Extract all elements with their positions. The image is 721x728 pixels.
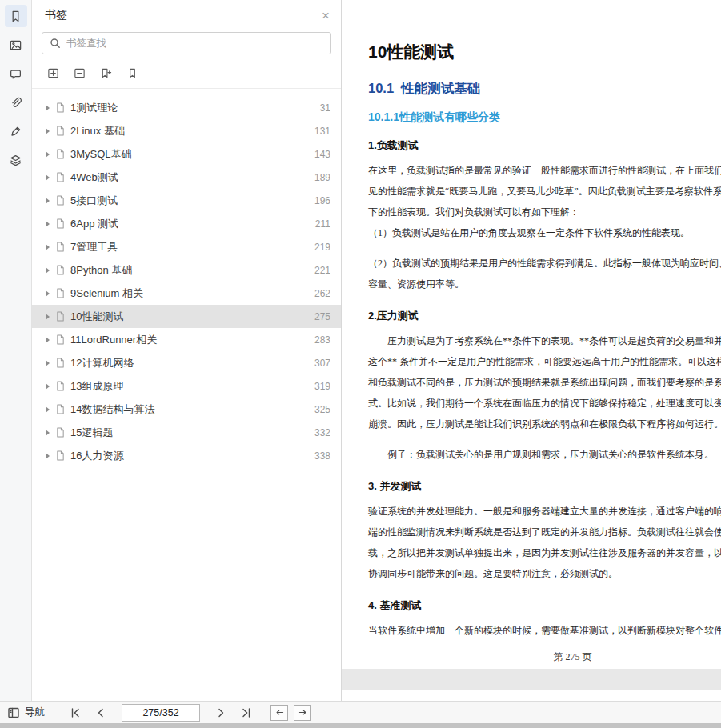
panel-title: 书签 <box>45 8 67 22</box>
thumbnails-icon <box>9 38 22 52</box>
bookmark-page-number: 275 <box>314 311 330 322</box>
bookmark-item[interactable]: 15逻辑题 332 <box>32 421 341 444</box>
window-bottom-edge <box>0 723 721 728</box>
text-line: 当软件系统中增加一个新的模块的时候，需要做基准测试，以判断新模块对整个软件系统的 <box>368 620 721 641</box>
signature-panel-button[interactable] <box>5 120 27 142</box>
bookmark-item[interactable]: 10性能测试 275 <box>32 305 341 328</box>
bookmark-label: 4Web测试 <box>70 170 314 185</box>
text-line: 例子：负载测试关心的是用户规则和需求，压力测试关心的是软件系统本身。 <box>368 444 721 465</box>
bookmark-list: 1测试理论 31 2Linux 基础 131 <box>32 89 341 701</box>
expand-caret-icon[interactable] <box>46 174 50 181</box>
bookmark-label: 14数据结构与算法 <box>70 402 314 417</box>
text-line: 载，之所以把并发测试单独提出来，是因为并发测试往往涉及服务器的并发容量，以及多进 <box>368 542 721 563</box>
bookmark-item[interactable]: 11LordRunner相关 283 <box>32 328 341 351</box>
bookmark-item[interactable]: 7管理工具 219 <box>32 235 341 258</box>
bookmark-label: 5接口测试 <box>70 194 314 208</box>
paragraph: 在这里，负载测试指的是最常见的验证一般性能需求而进行的性能测试，在上面我们提到了… <box>368 160 721 243</box>
bookmark-item[interactable]: 14数据结构与算法 325 <box>32 398 341 421</box>
expand-caret-icon[interactable] <box>46 267 50 274</box>
bookmark-item[interactable]: 9Selenium 相关 262 <box>32 282 341 305</box>
expand-caret-icon[interactable] <box>46 105 50 111</box>
paragraph-heading: 4. 基准测试 <box>368 598 721 612</box>
bookmark-page-icon <box>56 427 65 438</box>
next-view-button[interactable] <box>294 705 311 721</box>
bookmark-page-number: 131 <box>314 126 330 137</box>
add-bookmark-button[interactable] <box>98 66 113 80</box>
expand-caret-icon[interactable] <box>46 244 50 250</box>
text-line: （2）负载测试的预期结果是用户的性能需求得到满足。此指标一般体现为响应时间、交易 <box>368 253 721 274</box>
navigation-toggle-button[interactable]: 导航 <box>7 706 45 719</box>
bookmarks-panel-button[interactable] <box>5 5 27 27</box>
layers-panel-button[interactable] <box>5 149 27 171</box>
expand-caret-icon[interactable] <box>46 406 50 413</box>
expand-caret-icon[interactable] <box>46 128 50 134</box>
bookmark-item[interactable]: 12计算机网络 307 <box>32 351 341 374</box>
bookmark-item[interactable]: 13组成原理 319 <box>32 374 341 398</box>
bookmark-label: 2Linux 基础 <box>70 124 314 138</box>
expand-caret-icon[interactable] <box>46 290 50 297</box>
expand-caret-icon[interactable] <box>46 453 50 459</box>
bookmark-label: 12计算机网络 <box>70 356 314 370</box>
thumbnails-panel-button[interactable] <box>5 34 27 56</box>
bookmark-page-number: 219 <box>314 242 330 253</box>
bookmark-search[interactable] <box>42 32 331 54</box>
text-line: 见的性能需求就是“既要马儿跑，又要马儿少吃草”。因此负载测试主要是考察软件系统在 <box>368 181 721 202</box>
bookmark-item[interactable]: 8Python 基础 221 <box>32 258 341 282</box>
bookmark-flag-icon <box>126 67 138 79</box>
bookmark-flag-button[interactable] <box>125 66 139 80</box>
paperclip-icon <box>9 96 22 110</box>
expand-caret-icon[interactable] <box>46 337 50 343</box>
first-page-button[interactable] <box>67 705 83 721</box>
pdf-reader-window: 书签 × <box>0 0 721 728</box>
bookmark-label: 8Python 基础 <box>70 263 314 278</box>
bookmark-page-icon <box>56 242 65 252</box>
bookmark-label: 7管理工具 <box>70 240 314 254</box>
text-line: 式。比如说，我们期待一个系统在面临压力的情况下能够保持稳定，处理速度可以变慢， <box>368 393 721 414</box>
bookmark-item[interactable]: 2Linux 基础 131 <box>32 119 341 142</box>
bookmarks-panel-header: 书签 × <box>32 0 341 30</box>
expand-caret-icon[interactable] <box>46 314 50 320</box>
text-line: 协调同步可能带来的问题。这是要特别注意，必须测试的。 <box>368 563 721 584</box>
expand-caret-icon[interactable] <box>46 151 50 158</box>
subsection-title: 10.1.1性能测试有哪些分类 <box>368 110 721 124</box>
bookmark-page-number: 283 <box>314 334 330 346</box>
bookmark-page-icon <box>56 195 65 206</box>
bookmark-page-icon <box>56 381 65 391</box>
bookmark-label: 11LordRunner相关 <box>70 333 314 347</box>
bookmark-item[interactable]: 5接口测试 196 <box>32 189 341 212</box>
document-viewport[interactable]: 10性能测试10.1 性能测试基础10.1.1性能测试有哪些分类1.负载测试在这… <box>342 0 721 701</box>
bookmark-page-number: 325 <box>314 404 330 415</box>
attachments-panel-button[interactable] <box>5 91 27 114</box>
navigation-label: 导航 <box>25 706 45 719</box>
paragraph-heading: 1.负载测试 <box>368 138 721 152</box>
bookmark-page-number: 211 <box>315 218 330 230</box>
close-icon[interactable]: × <box>322 9 330 22</box>
bookmark-page-icon <box>56 149 65 159</box>
bookmark-item[interactable]: 16人力资源 338 <box>32 444 341 467</box>
page-number-input[interactable] <box>122 704 200 722</box>
bookmark-item[interactable]: 1测试理论 31 <box>32 96 341 119</box>
bookmark-item[interactable]: 4Web测试 189 <box>32 166 341 189</box>
collapse-all-button[interactable] <box>72 66 86 80</box>
last-page-button[interactable] <box>238 705 254 721</box>
pdf-page-275: 10性能测试10.1 性能测试基础10.1.1性能测试有哪些分类1.负载测试在这… <box>342 0 721 669</box>
comments-panel-button[interactable] <box>5 62 27 85</box>
expand-caret-icon[interactable] <box>46 383 50 390</box>
text-line: 端的性能监测情况来判断系统是否达到了既定的并发能力指标。负载测试往往就会使用并 <box>368 522 721 542</box>
bookmark-label: 3MySQL基础 <box>70 147 314 162</box>
bookmark-item[interactable]: 3MySQL基础 143 <box>32 142 341 166</box>
expand-caret-icon[interactable] <box>46 430 50 436</box>
expand-caret-icon[interactable] <box>46 198 50 204</box>
bookmark-page-number: 332 <box>314 427 330 438</box>
paragraph: 当软件系统中增加一个新的模块的时候，需要做基准测试，以判断新模块对整个软件系统的 <box>368 620 721 641</box>
bookmark-item[interactable]: 6App 测试 211 <box>32 212 341 235</box>
previous-view-button[interactable] <box>270 705 288 721</box>
expand-caret-icon[interactable] <box>46 221 50 227</box>
expand-all-button[interactable] <box>46 66 60 80</box>
search-icon <box>50 38 61 49</box>
expand-caret-icon[interactable] <box>46 360 50 366</box>
next-page-button[interactable] <box>213 705 229 721</box>
bookmark-search-input[interactable] <box>66 38 323 49</box>
previous-page-button[interactable] <box>93 705 109 721</box>
first-page-icon <box>69 706 82 719</box>
